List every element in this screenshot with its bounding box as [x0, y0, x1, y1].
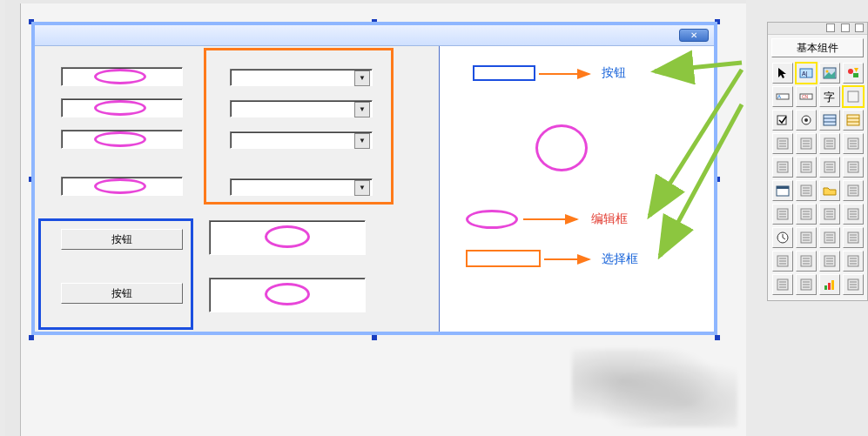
palette-icon[interactable]: [772, 204, 793, 225]
titlebar[interactable]: ✕: [35, 25, 714, 46]
annotation-ellipse-icon: [94, 131, 146, 147]
svg-point-10: [848, 69, 853, 74]
design-grid[interactable]: 按钮 按钮: [35, 46, 440, 332]
checkbox-icon[interactable]: [772, 110, 793, 131]
sizer-icon[interactable]: [819, 204, 840, 225]
list2-icon[interactable]: [843, 110, 864, 131]
hier-icon[interactable]: [772, 251, 793, 272]
preview-pane: 按钮 编辑框 选择框: [440, 46, 714, 332]
svg-point-9: [825, 70, 828, 73]
ruler-horizontal: [5, 0, 746, 3]
minimize-icon[interactable]: [826, 23, 835, 32]
annotation-box-icon: [204, 48, 394, 205]
svg-rect-124: [831, 280, 834, 290]
label-icon[interactable]: A|: [796, 63, 817, 84]
box-icon[interactable]: [819, 133, 840, 154]
svg-text:A: A: [777, 94, 781, 99]
legend-edit-circle-icon: [535, 124, 588, 171]
grid-icon[interactable]: [772, 133, 793, 154]
legend-button-rect: [473, 65, 535, 81]
maximize-icon[interactable]: [841, 23, 850, 32]
arrow-icon: [537, 68, 596, 80]
svg-rect-60: [777, 186, 789, 189]
line-icon[interactable]: [796, 157, 817, 178]
form-button[interactable]: 按钮: [61, 283, 183, 304]
cn-icon[interactable]: CN: [796, 86, 817, 107]
decorative-smudge: [572, 349, 737, 427]
legend-select-rect: [466, 250, 541, 267]
annotation-ellipse-icon: [94, 178, 146, 194]
image-icon[interactable]: [819, 63, 840, 84]
baseline-icon[interactable]: [772, 157, 793, 178]
palette-window-controls[interactable]: [768, 23, 867, 35]
svg-rect-11: [853, 73, 858, 77]
shapes-icon[interactable]: [843, 63, 864, 84]
window-icon[interactable]: [843, 157, 864, 178]
svg-rect-24: [847, 115, 859, 125]
link1-icon[interactable]: [819, 227, 840, 248]
annotation-ellipse-icon: [265, 225, 310, 248]
pointer-icon[interactable]: [772, 63, 793, 84]
svg-text:A|: A|: [802, 70, 808, 77]
radio-icon[interactable]: [796, 110, 817, 131]
svg-point-20: [804, 118, 808, 122]
list-icon[interactable]: [819, 110, 840, 131]
frame-icon[interactable]: [819, 157, 840, 178]
palette-title: 基本组件: [771, 38, 864, 57]
arrow-icon: [542, 253, 596, 265]
font-icon[interactable]: 字: [819, 86, 840, 107]
button-icon[interactable]: [796, 180, 817, 201]
clock-icon[interactable]: [772, 227, 793, 248]
db-icon[interactable]: [843, 274, 864, 295]
textfield-icon[interactable]: A: [772, 86, 793, 107]
table-icon[interactable]: [796, 133, 817, 154]
annotation-ellipse-icon: [94, 69, 146, 84]
handle-icon[interactable]: [372, 335, 377, 340]
svg-text:字: 字: [824, 91, 835, 104]
btn2-icon[interactable]: [796, 274, 817, 295]
page-icon[interactable]: [843, 180, 864, 201]
columns-icon[interactable]: [843, 204, 864, 225]
svg-rect-123: [828, 283, 831, 290]
color-icon[interactable]: [843, 133, 864, 154]
grid2-icon[interactable]: [819, 251, 840, 272]
component-palette[interactable]: 基本组件 A|ACN字: [767, 22, 868, 301]
svg-text:CN: CN: [802, 94, 809, 99]
form-designer-window[interactable]: ✕ 按钮: [31, 22, 717, 335]
chart-icon[interactable]: [819, 274, 840, 295]
annotation-ellipse-icon: [265, 283, 310, 305]
legend-edit-ellipse-icon: [466, 210, 518, 229]
form-button[interactable]: 按钮: [61, 229, 183, 250]
svg-rect-122: [824, 285, 827, 290]
legend-button-label: 按钮: [602, 65, 626, 81]
handle-icon[interactable]: [29, 335, 34, 340]
bind-icon[interactable]: [843, 251, 864, 272]
net-icon[interactable]: [796, 204, 817, 225]
svg-rect-17: [848, 91, 858, 102]
svg-rect-21: [824, 115, 836, 125]
close-icon[interactable]: [855, 23, 864, 32]
handle-icon[interactable]: [715, 335, 720, 340]
rec-icon[interactable]: [796, 227, 817, 248]
close-button[interactable]: ✕: [679, 29, 709, 42]
link2-icon[interactable]: [843, 227, 864, 248]
btn1-icon[interactable]: [772, 274, 793, 295]
legend-select-label: 选择框: [602, 252, 638, 267]
legend-edit-label: 编辑框: [591, 211, 628, 227]
panel-icon[interactable]: [843, 86, 864, 107]
ruler-vertical: [5, 0, 21, 436]
annotation-ellipse-icon: [94, 100, 146, 116]
design-canvas[interactable]: ✕ 按钮: [5, 0, 746, 436]
conn-icon[interactable]: [796, 251, 817, 272]
calendar-icon[interactable]: [772, 180, 793, 201]
arrow-icon: [521, 213, 584, 225]
folder-icon[interactable]: [819, 180, 840, 201]
